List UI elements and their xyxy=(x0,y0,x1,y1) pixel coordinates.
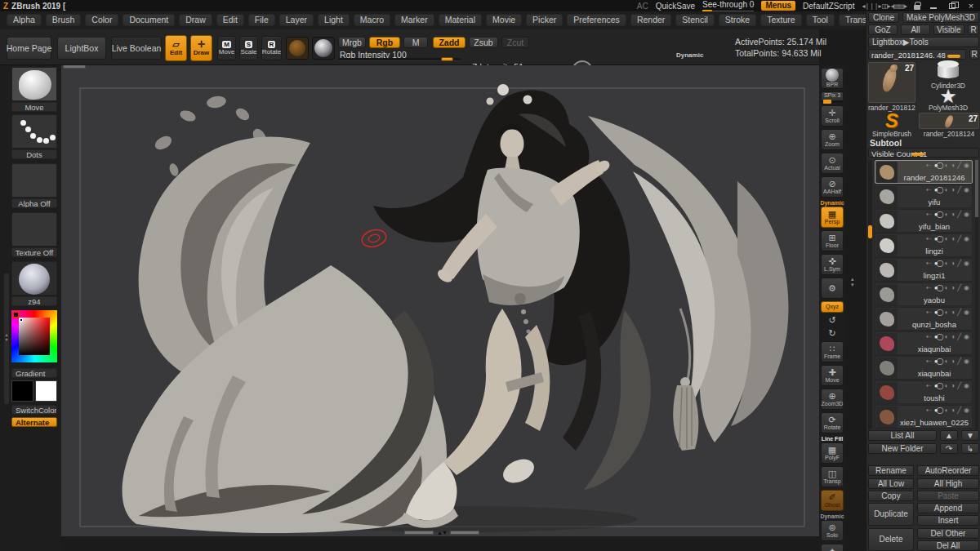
secondary-color-swatch[interactable] xyxy=(35,380,57,402)
brush-icon[interactable]: ╱ xyxy=(957,211,961,219)
menu-item[interactable]: Tool xyxy=(806,14,835,26)
flip-icon[interactable]: ⇠ xyxy=(926,309,932,317)
visibility-eye-icon[interactable]: ◉ xyxy=(964,260,969,268)
alpha-selector[interactable]: Alpha Off xyxy=(11,163,57,208)
goz-visible-button[interactable]: Visible xyxy=(933,24,964,35)
shelf-button[interactable]: Dynamic ⊚ Solo xyxy=(820,513,844,541)
polypaint-icon[interactable]: ●◯ xyxy=(934,162,942,170)
polypaint-icon[interactable]: ●◯ xyxy=(934,186,942,194)
goz-button[interactable]: GoZ xyxy=(868,24,898,35)
brush-icon[interactable]: ╱ xyxy=(957,333,961,341)
lightbox-tools-button[interactable]: Lightbox▶Tools xyxy=(868,37,979,47)
menu-item[interactable]: Marker xyxy=(394,14,434,26)
flip-icon[interactable]: ⇠ xyxy=(926,162,932,170)
polypaint-icon[interactable]: ●◯ xyxy=(934,284,942,292)
alternate-button[interactable]: Alternate xyxy=(11,416,57,427)
shelf-button[interactable]: BPR xyxy=(821,68,844,89)
shelf-button[interactable]: Line Fill ▦ PolyF xyxy=(821,436,844,464)
home-page-button[interactable]: Home Page xyxy=(7,37,51,60)
draw-button[interactable]: ✛Draw xyxy=(190,35,212,61)
subtool-item[interactable]: ⇠ ●◯ ◐ ◑ ╱ ◉ yifu xyxy=(875,184,973,208)
goz-all-button[interactable]: All xyxy=(901,24,930,35)
menu-item[interactable]: Edit xyxy=(216,14,244,26)
canvas-bottom-handle[interactable]: ▲▼ xyxy=(404,530,479,535)
scrub-track-icons[interactable]: ◂❘❘❘▸ ▯▯▸ ◂▤▤▸ xyxy=(862,2,906,10)
polypaint-icon[interactable]: ●◯ xyxy=(934,333,942,341)
subtool-item[interactable]: ⇠ ●◯ ◐ ◑ ╱ ◉ toushi xyxy=(875,380,973,404)
all-low-button[interactable]: All Low xyxy=(868,478,914,489)
visibility-eye-icon[interactable]: ◉ xyxy=(964,284,969,292)
polypaint-icon[interactable]: ●◯ xyxy=(934,309,942,317)
restore-button[interactable] xyxy=(947,1,958,11)
move-down-button[interactable]: ▼ xyxy=(961,430,979,441)
shelf-button[interactable]: ⚙ xyxy=(821,278,844,299)
spix-slider[interactable] xyxy=(822,100,843,102)
flip-icon[interactable]: ⇠ xyxy=(926,284,932,292)
layer-icon[interactable]: ◑ xyxy=(951,407,955,415)
subtool-header[interactable]: Subtool xyxy=(870,138,902,148)
layer-icon[interactable]: ◑ xyxy=(951,186,955,194)
minimize-button[interactable] xyxy=(928,1,939,11)
layer-icon[interactable]: ◑ xyxy=(951,382,955,390)
rgb-button[interactable]: Rgb xyxy=(369,37,400,48)
tool-thumbnail-small[interactable]: 27 xyxy=(919,113,979,129)
visibility-eye-icon[interactable]: ◉ xyxy=(964,382,969,390)
default-zscript-button[interactable]: DefaultZScript xyxy=(803,2,854,11)
brush-icon[interactable]: ╱ xyxy=(957,162,961,170)
layer-icon[interactable]: ◑ xyxy=(951,358,955,366)
list-all-button[interactable]: List All xyxy=(868,430,937,441)
copy-button[interactable]: Copy xyxy=(868,491,914,501)
layer-icon[interactable]: ◑ xyxy=(951,284,955,292)
append-button[interactable]: Append xyxy=(917,503,979,513)
visibility-eye-icon[interactable]: ◉ xyxy=(964,407,969,415)
mrgb-button[interactable]: Mrgb xyxy=(338,37,366,48)
lightbox-button[interactable]: LightBox xyxy=(57,37,106,60)
tray-divider-arrows-icon[interactable]: ▴▾ xyxy=(851,276,854,287)
menu-item[interactable]: Preferences xyxy=(567,14,626,26)
flip-icon[interactable]: ⇠ xyxy=(926,186,932,194)
polypaint-icon[interactable]: ●◯ xyxy=(934,407,942,415)
layer-icon[interactable]: ◑ xyxy=(951,309,955,317)
shelf-button[interactable]: ✚ Move xyxy=(821,365,844,386)
flip-icon[interactable]: ⇠ xyxy=(926,382,932,390)
menu-item[interactable]: Macro xyxy=(354,14,390,26)
shelf-button[interactable]: ✛ Scroll xyxy=(821,105,844,127)
subtool-item[interactable]: ⇠ ●◯ ◐ ◑ ╱ ◉ yaobu xyxy=(875,282,973,306)
shelf-button[interactable]: ⊕ Zoom xyxy=(821,129,844,150)
current-brush-thumbnail[interactable] xyxy=(286,37,309,60)
polypaint-icon[interactable]: ●◯ xyxy=(934,235,942,243)
menu-item[interactable]: Alpha xyxy=(7,14,42,26)
brush-icon[interactable]: ╱ xyxy=(957,309,961,317)
menu-item[interactable]: Stroke xyxy=(719,14,756,26)
flip-icon[interactable]: ⇠ xyxy=(926,358,932,366)
flip-icon[interactable]: ⇠ xyxy=(926,235,932,243)
brush-icon[interactable]: ╱ xyxy=(957,235,961,243)
menu-item[interactable]: Stencil xyxy=(675,14,715,26)
rename-button[interactable]: Rename xyxy=(868,465,914,476)
del-all-button[interactable]: Del All xyxy=(917,540,979,551)
brush-icon[interactable]: ╱ xyxy=(957,382,961,390)
subtool-scrollbar-left[interactable] xyxy=(868,160,872,429)
shelf-button[interactable]: ⊞ Floor xyxy=(821,230,844,251)
zcut-button[interactable]: Zcut xyxy=(501,37,529,48)
material-selector[interactable]: z94 xyxy=(11,261,57,306)
shelf-button[interactable]: ⊘ AAHalf xyxy=(821,176,844,198)
current-tool-slider[interactable]: rander_20181246. 48 xyxy=(868,49,966,60)
new-folder-button[interactable]: New Folder xyxy=(868,443,937,454)
remesh-icon[interactable]: ◐ xyxy=(945,309,949,317)
edit-button[interactable]: ▱Edit xyxy=(165,35,187,61)
visibility-eye-icon[interactable]: ◉ xyxy=(964,211,969,219)
menu-item[interactable]: Color xyxy=(85,14,118,26)
visibility-eye-icon[interactable]: ◉ xyxy=(964,333,969,341)
menu-item[interactable]: Texture xyxy=(760,14,801,26)
simplebrush-thumbnail[interactable]: S xyxy=(868,113,915,129)
polypaint-icon[interactable]: ●◯ xyxy=(934,358,942,366)
del-other-button[interactable]: Del Other xyxy=(917,528,979,539)
menu-item[interactable]: Material xyxy=(439,14,482,26)
menu-item[interactable]: Picker xyxy=(526,14,563,26)
r-button-2[interactable]: R xyxy=(969,49,979,60)
folder-arrow-down-button[interactable]: ↳ xyxy=(961,443,979,454)
remesh-icon[interactable]: ◐ xyxy=(945,260,949,268)
visibility-eye-icon[interactable]: ◉ xyxy=(964,162,969,170)
visibility-eye-icon[interactable]: ◉ xyxy=(964,358,969,366)
